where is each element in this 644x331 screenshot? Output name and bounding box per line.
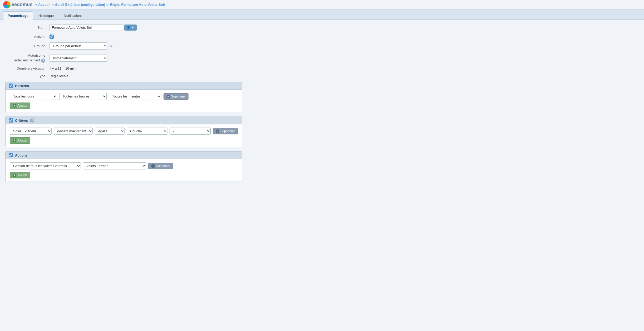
activee-checkbox[interactable] — [49, 35, 54, 39]
criteria-condition-select[interactable]: devient maintenant est — [54, 128, 93, 135]
top-bar: eedomus ➔ Accueil ➔ Soleil Extérieur (co… — [0, 0, 644, 9]
hours-select[interactable]: Toutes les heures 00h 01h — [59, 93, 107, 100]
criteres-add-row: + Ajouter — [10, 137, 238, 144]
actions-add-row: + Ajouter — [10, 172, 238, 178]
action-value-select[interactable]: Volets Fermés Volets Ouverts — [83, 162, 146, 169]
horaires-header: Horaires — [6, 82, 242, 90]
horaires-title: Horaires — [15, 84, 29, 88]
breadcrumb-arrow-3: ➔ — [106, 3, 109, 7]
criteres-title: Critères — [15, 119, 28, 123]
minus-icon-3: − — [151, 164, 155, 168]
breadcrumb-accueil[interactable]: Accueil — [38, 3, 50, 7]
horaires-supprimer-button[interactable]: − Supprimer — [164, 93, 189, 100]
actions-enabled-checkbox[interactable] — [9, 153, 13, 157]
logo-text: eedomus — [12, 2, 32, 7]
horaires-ajouter-button[interactable]: + Ajouter — [10, 103, 30, 109]
criteria-device-select[interactable]: Soleil Extérieur — [10, 128, 52, 135]
actions-header: Actions — [6, 152, 242, 159]
breadcrumb-arrow-2: ➔ — [51, 3, 54, 7]
groupe-row: Groupe Groupe par défaut ✏ — [5, 42, 242, 50]
derniere-exec-value: Il y a 11 h 16 min — [49, 66, 76, 70]
minutes-select[interactable]: Toutes les minutes 00 15 30 45 — [109, 93, 161, 100]
nom-label: Nom — [5, 26, 47, 30]
edit-icon: ✏ — [110, 44, 113, 48]
breadcrumb: ➔ Accueil ➔ Soleil Extérieur (configurat… — [34, 3, 165, 7]
form-area: Nom 👤 ▼ Activée Groupe Groupe par défaut… — [5, 24, 242, 182]
criteres-supprimer-button[interactable]: − Supprimer — [213, 128, 238, 134]
tabs-bar: Paramétrage Historique Notifications — [0, 9, 644, 20]
activee-row: Activée — [5, 35, 242, 39]
criteres-section: Critères ? Soleil Extérieur devient main… — [5, 116, 242, 147]
minus-icon-2: − — [216, 129, 219, 133]
nom-input-group: 👤 ▼ — [49, 24, 137, 31]
main-content: Nom 👤 ▼ Activée Groupe Groupe par défaut… — [0, 20, 644, 331]
horaires-section: Horaires Tous les jours Lundi Mardi Merc… — [5, 82, 242, 112]
minus-icon: − — [166, 95, 170, 98]
action-row: Gestion de tous les volets Centralis Vol… — [10, 162, 238, 169]
actions-body: Gestion de tous les volets Centralis Vol… — [6, 159, 242, 182]
rearm-select[interactable]: Immédiatement — [49, 55, 107, 62]
plus-icon-2: + — [13, 139, 16, 142]
breadcrumb-soleil[interactable]: Soleil Extérieur (configuration) — [55, 3, 105, 7]
logo-icon — [3, 1, 11, 8]
actions-supprimer-button[interactable]: − Supprimer — [148, 163, 173, 169]
tab-historique[interactable]: Historique — [34, 11, 58, 20]
horaires-add-row: + Ajouter — [10, 103, 238, 109]
actions-title: Actions — [15, 153, 28, 157]
horaires-enabled-checkbox[interactable] — [9, 84, 13, 88]
autoriser-label: Autoriser le redéclenchement ? — [5, 53, 47, 63]
nom-row: Nom 👤 ▼ — [5, 24, 242, 31]
plus-icon: + — [13, 104, 16, 108]
autoriser-row: Autoriser le redéclenchement ? Immédiate… — [5, 53, 242, 63]
criteria-row: Soleil Extérieur devient maintenant est … — [10, 128, 238, 135]
derniere-exec-label: Dernière exécution — [5, 66, 47, 70]
logo: eedomus — [3, 1, 32, 8]
tab-parametrage[interactable]: Paramétrage — [3, 11, 33, 20]
nom-input[interactable] — [49, 24, 123, 31]
groupe-label: Groupe — [5, 44, 47, 48]
type-label: Type — [5, 74, 47, 78]
criteres-ajouter-button[interactable]: + Ajouter — [10, 137, 30, 144]
actions-ajouter-button[interactable]: + Ajouter — [10, 172, 30, 178]
days-select[interactable]: Tous les jours Lundi Mardi Mercredi Jeud… — [10, 93, 57, 100]
activee-label: Activée — [5, 35, 47, 39]
criteres-enabled-checkbox[interactable] — [9, 118, 13, 123]
actions-section: Actions Gestion de tous les volets Centr… — [5, 151, 242, 182]
person-icon: 👤 — [126, 26, 131, 30]
tab-notifications[interactable]: Notifications — [59, 11, 87, 20]
type-value: Règle locale — [49, 74, 68, 78]
criteria-value-select[interactable]: Couché Levé — [127, 128, 167, 135]
action-device-select[interactable]: Gestion de tous les volets Centralis — [10, 162, 81, 169]
plus-icon-3: + — [13, 173, 16, 177]
criteria-operator-select[interactable]: égal à différent de — [95, 128, 125, 135]
help-icon[interactable]: ? — [41, 59, 45, 63]
person-icon-btn[interactable]: 👤 ▼ — [124, 25, 137, 31]
chevron-down-icon: ▼ — [131, 26, 135, 30]
schedule-row: Tous les jours Lundi Mardi Mercredi Jeud… — [10, 93, 238, 100]
criteres-header: Critères ? — [6, 117, 242, 124]
groupe-edit-button[interactable]: ✏ — [110, 43, 113, 48]
breadcrumb-arrow-1: ➔ — [34, 3, 37, 7]
breadcrumb-regle: Règle: Fermeture Auto Volets Soir — [110, 3, 165, 7]
type-row: Type Règle locale — [5, 74, 242, 78]
criteria-extra-select[interactable]: - — [170, 128, 210, 135]
derniere-exec-row: Dernière exécution Il y a 11 h 16 min — [5, 66, 242, 70]
criteres-help-icon[interactable]: ? — [30, 118, 34, 123]
horaires-body: Tous les jours Lundi Mardi Mercredi Jeud… — [6, 90, 242, 112]
criteres-body: Soleil Extérieur devient maintenant est … — [6, 124, 242, 147]
groupe-select[interactable]: Groupe par défaut — [49, 42, 107, 50]
